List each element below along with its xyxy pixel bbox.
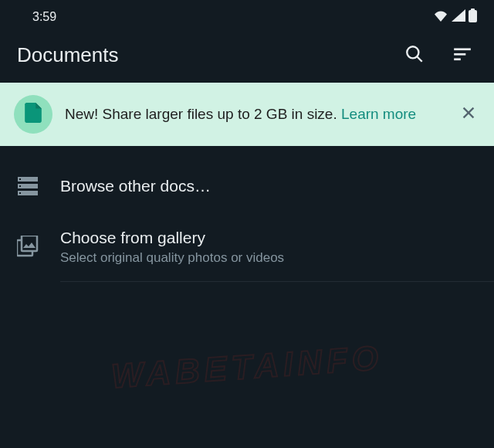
svg-rect-14 bbox=[19, 192, 21, 194]
gallery-subtitle: Select original quality photos or videos bbox=[60, 250, 477, 266]
svg-rect-4 bbox=[454, 48, 471, 50]
info-banner: New! Share larger files up to 2 GB in si… bbox=[0, 83, 494, 146]
svg-rect-5 bbox=[454, 53, 465, 55]
banner-text: New! Share larger files up to 2 GB in si… bbox=[65, 104, 445, 124]
svg-rect-12 bbox=[19, 185, 21, 187]
signal-icon bbox=[452, 9, 465, 25]
banner-icon-circle bbox=[14, 95, 52, 134]
search-icon[interactable] bbox=[404, 44, 425, 67]
gallery-title: Choose from gallery bbox=[60, 227, 477, 248]
status-bar: 3:59 bbox=[0, 0, 494, 31]
watermark: WABETAINFO bbox=[110, 338, 384, 395]
svg-rect-1 bbox=[471, 8, 475, 11]
gallery-icon bbox=[17, 236, 39, 257]
wifi-icon bbox=[433, 9, 448, 25]
browse-title: Browse other docs… bbox=[60, 175, 477, 196]
svg-rect-0 bbox=[469, 10, 477, 22]
svg-line-3 bbox=[417, 56, 422, 62]
svg-rect-10 bbox=[19, 178, 21, 180]
browse-other-docs-item[interactable]: Browse other docs… bbox=[0, 160, 494, 212]
svg-point-2 bbox=[407, 46, 418, 58]
svg-rect-16 bbox=[22, 236, 37, 251]
options-list: Browse other docs… Choose from gallery S… bbox=[0, 146, 494, 282]
document-icon bbox=[25, 103, 42, 126]
storage-icon bbox=[17, 177, 39, 195]
status-icons bbox=[433, 8, 477, 25]
battery-icon bbox=[469, 8, 477, 25]
choose-from-gallery-item[interactable]: Choose from gallery Select original qual… bbox=[0, 212, 494, 280]
status-time: 3:59 bbox=[32, 10, 56, 24]
banner-close-button[interactable] bbox=[457, 101, 480, 127]
svg-rect-6 bbox=[454, 58, 461, 60]
banner-learn-more-link[interactable]: Learn more bbox=[341, 106, 416, 122]
header: Documents bbox=[0, 31, 494, 83]
page-title: Documents bbox=[17, 43, 119, 67]
sort-icon[interactable] bbox=[452, 44, 472, 67]
banner-message: New! Share larger files up to 2 GB in si… bbox=[65, 106, 341, 122]
divider bbox=[60, 281, 494, 282]
